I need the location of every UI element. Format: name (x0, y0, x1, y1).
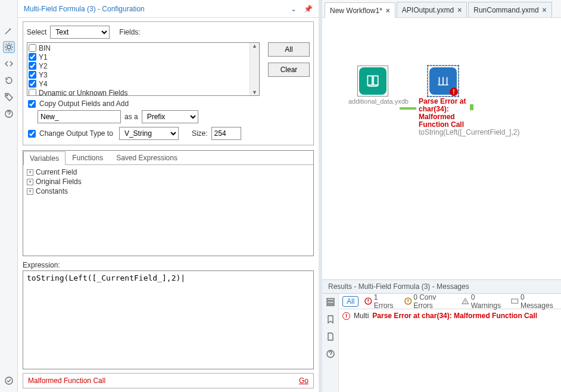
node-caption: additional_data.yxdb (346, 97, 400, 107)
tab-functions[interactable]: Functions (66, 151, 110, 164)
error-icon: ! (342, 312, 350, 320)
svg-rect-6 (327, 304, 334, 306)
collapse-icon[interactable]: ⌄ (291, 5, 297, 13)
expression-error-text: Malformed Function Call (28, 377, 299, 385)
field-checkbox[interactable] (29, 62, 36, 70)
change-type-checkbox[interactable] (28, 130, 36, 138)
size-label: Size: (192, 129, 208, 138)
field-name: BIN (39, 44, 51, 52)
expand-icon[interactable]: + (27, 169, 33, 176)
field-name: Dynamic or Unknown Fields (39, 89, 127, 96)
field-select-box: Select Text Fields: BINY1Y2Y3Y4Dynamic o… (23, 21, 314, 145)
prefix-suffix-dropdown[interactable]: Prefix (142, 110, 198, 123)
config-title: Multi-Field Formula (3) - Configuration (24, 5, 291, 13)
field-checkbox[interactable] (29, 53, 36, 61)
fields-label: Fields: (119, 28, 140, 36)
field-checkbox[interactable] (29, 89, 36, 95)
close-icon[interactable]: × (543, 6, 547, 14)
code-icon[interactable] (4, 58, 14, 69)
node-caption: Parse Error at char(34): Malformed Funct… (416, 97, 470, 138)
tab-variables[interactable]: Variables (23, 151, 66, 165)
workflow-canvas[interactable]: additional_data.yxdb ! Parse Error at ch… (322, 18, 561, 279)
filter-conv-errors[interactable]: 0 Conv Errors (404, 293, 456, 310)
svg-rect-5 (327, 301, 334, 303)
input-data-node[interactable] (357, 66, 388, 97)
field-item[interactable]: Y4 (29, 79, 258, 88)
close-icon[interactable]: × (386, 7, 390, 15)
config-icon-rail (0, 0, 18, 392)
field-name: Y2 (39, 62, 48, 70)
output-type-dropdown[interactable]: V_String (119, 127, 179, 140)
workflow-tab[interactable]: APIOutput.yxmd × (397, 2, 467, 17)
gear-icon[interactable] (4, 42, 14, 52)
all-button[interactable]: All (268, 42, 310, 57)
tag-icon[interactable] (4, 92, 14, 102)
field-name: Y3 (39, 71, 48, 79)
helper-tabs: Variables Functions Saved Expressions (23, 151, 313, 165)
fields-scrollbar[interactable]: ▲▼ (250, 43, 259, 95)
copy-output-checkbox[interactable] (28, 100, 36, 108)
workflow-tab-label: New Workflow1* (330, 7, 382, 15)
tree-item: +Current Field (27, 167, 310, 177)
workflow-tab[interactable]: New Workflow1* × (325, 2, 395, 18)
field-checkbox[interactable] (29, 71, 36, 79)
svg-point-0 (7, 45, 11, 49)
message-text: Parse Error at char(34): Malformed Funct… (372, 312, 537, 320)
pin-icon[interactable]: 📌 (304, 5, 313, 13)
page-icon[interactable] (326, 332, 335, 343)
results-filter-row: All 1 Errors 0 Conv Errors 0 Warnings (339, 294, 561, 309)
workflow-tab[interactable]: RunCommand.yxmd × (468, 2, 551, 17)
refresh-icon[interactable] (4, 75, 14, 86)
change-type-label: Change Output Type to (39, 129, 113, 138)
field-item[interactable]: Y1 (29, 52, 258, 61)
size-input[interactable] (211, 127, 241, 140)
close-icon[interactable]: × (457, 6, 462, 14)
svg-rect-10 (512, 299, 518, 303)
config-title-bar: Multi-Field Formula (3) - Configuration … (18, 0, 319, 18)
bookmark-icon[interactable] (326, 315, 335, 326)
expand-icon[interactable]: + (27, 188, 33, 195)
go-link[interactable]: Go (299, 377, 308, 385)
formula-icon: ! (429, 67, 457, 95)
help-icon[interactable] (326, 349, 335, 360)
help-icon[interactable] (4, 108, 14, 119)
field-checkbox[interactable] (29, 44, 36, 52)
message-source: Multi (354, 312, 369, 320)
node-error-text: Parse Error at char(34): Malformed Funct… (419, 98, 468, 129)
output-stub (470, 104, 473, 110)
new-prefix-input[interactable] (38, 110, 121, 123)
variables-tree[interactable]: +Current Field +Original Fields +Constan… (23, 165, 313, 256)
rows-icon[interactable] (326, 297, 335, 309)
svg-rect-4 (327, 298, 334, 300)
expression-helper-box: Variables Functions Saved Expressions +C… (23, 150, 314, 256)
node-detail-text: toString(Left([_CurrentField_],2) (419, 129, 468, 136)
results-message-row[interactable]: ! Multi Parse Error at char(34): Malform… (339, 309, 561, 322)
results-panel: All 1 Errors 0 Conv Errors 0 Warnings (322, 294, 561, 392)
multi-field-formula-node[interactable]: ! (428, 66, 459, 97)
filter-messages[interactable]: 0 Messages (511, 293, 557, 310)
filter-warnings[interactable]: 0 Warnings (462, 293, 505, 310)
wand-icon[interactable] (4, 25, 14, 36)
workflow-tab-label: RunCommand.yxmd (473, 6, 538, 14)
fields-listbox[interactable]: BINY1Y2Y3Y4Dynamic or Unknown Fields ▲▼ (27, 42, 260, 96)
filter-errors[interactable]: 1 Errors (364, 293, 398, 310)
field-checkbox[interactable] (29, 80, 36, 88)
config-panel: Multi-Field Formula (3) - Configuration … (18, 0, 322, 392)
expand-icon[interactable]: + (27, 179, 33, 185)
expression-editor[interactable] (23, 270, 314, 369)
field-item[interactable]: Y3 (29, 70, 258, 79)
results-icon-rail (322, 294, 339, 392)
right-pane: New Workflow1* × APIOutput.yxmd × RunCom… (322, 0, 561, 392)
select-type-dropdown[interactable]: Text (50, 26, 110, 39)
field-item[interactable]: BIN (29, 43, 258, 52)
field-name: Y4 (39, 80, 48, 88)
field-item[interactable]: Y2 (29, 61, 258, 70)
tab-saved-expressions[interactable]: Saved Expressions (110, 151, 184, 164)
expression-label: Expression: (23, 261, 314, 269)
check-icon[interactable] (4, 375, 14, 386)
select-label: Select (27, 28, 46, 36)
clear-button[interactable]: Clear (268, 63, 310, 77)
book-icon (359, 67, 387, 95)
filter-all[interactable]: All (342, 296, 359, 307)
field-item[interactable]: Dynamic or Unknown Fields (29, 88, 258, 95)
